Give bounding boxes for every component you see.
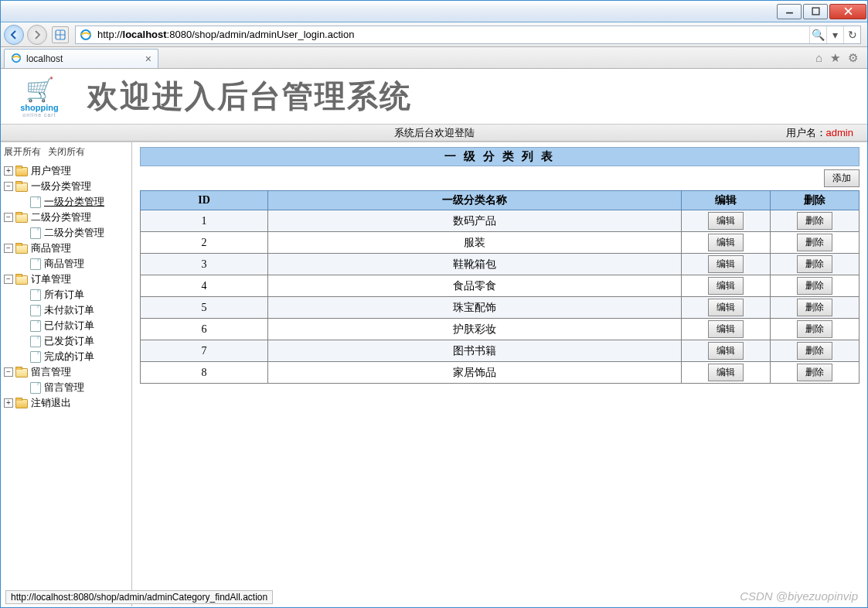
cell-name: 食品零食 — [268, 275, 682, 297]
category-table: ID 一级分类名称 编辑 删除 1数码产品编辑删除2服装编辑删除3鞋靴箱包编辑删… — [140, 190, 859, 384]
tree-node[interactable]: −留言管理 — [4, 364, 128, 380]
favorites-icon[interactable]: ★ — [830, 51, 840, 65]
panel-title: 一 级 分 类 列 表 — [140, 147, 859, 166]
edit-button[interactable]: 编辑 — [708, 320, 744, 338]
edit-button[interactable]: 编辑 — [708, 255, 744, 273]
tree-node-child[interactable]: 二级分类管理 — [4, 225, 128, 241]
page-banner: 🛒 shopping online cart 欢迎进入后台管理系统 — [1, 69, 867, 125]
tree-node-child[interactable]: 已发货订单 — [4, 333, 128, 349]
address-bar[interactable]: http://localhost:8080/shop/admin/adminUs… — [96, 29, 809, 40]
tree-node[interactable]: −一级分类管理 — [4, 179, 128, 194]
compat-view-button[interactable] — [52, 26, 69, 43]
edit-button[interactable]: 编辑 — [708, 234, 744, 251]
delete-button[interactable]: 删除 — [797, 364, 832, 381]
window-minimize-button[interactable] — [777, 4, 802, 19]
delete-button[interactable]: 删除 — [797, 277, 832, 295]
tree-node-child[interactable]: 所有订单 — [4, 287, 128, 302]
tree-node-child[interactable]: 已付款订单 — [4, 318, 128, 333]
tree-label: 已发货订单 — [44, 334, 94, 348]
table-row: 8家居饰品编辑删除 — [141, 362, 859, 384]
folder-icon — [15, 367, 28, 377]
page-title: 欢迎进入后台管理系统 — [87, 75, 412, 118]
tree-node[interactable]: +注销退出 — [4, 395, 128, 411]
watermark: CSDN @biyezuopinvip — [740, 589, 858, 603]
status-bar: http://localhost:8080/shop/admin/adminCa… — [5, 590, 273, 604]
main-panel: 一 级 分 类 列 表 添加 ID 一级分类名称 编辑 删除 1数码产品编辑删除… — [132, 142, 867, 606]
dropdown-chevron-icon[interactable]: ▾ — [826, 26, 843, 43]
delete-button[interactable]: 删除 — [797, 234, 832, 251]
ie-icon — [78, 27, 94, 43]
tree-label: 留言管理 — [44, 381, 84, 395]
tree-node-child[interactable]: 未付款订单 — [4, 302, 128, 318]
toggle-icon[interactable]: − — [4, 244, 13, 253]
cell-id: 4 — [141, 275, 268, 297]
tree-node[interactable]: +用户管理 — [4, 163, 128, 179]
forward-button[interactable] — [27, 25, 47, 45]
edit-button[interactable]: 编辑 — [708, 212, 744, 230]
cell-id: 6 — [141, 319, 268, 340]
tree-node-child[interactable]: 留言管理 — [4, 380, 128, 395]
info-bar: 系统后台欢迎登陆 用户名：admin — [1, 125, 867, 142]
browser-tab[interactable]: localhost × — [4, 49, 158, 68]
toggle-icon[interactable]: + — [4, 166, 13, 176]
edit-button[interactable]: 编辑 — [708, 277, 744, 295]
folder-icon — [15, 166, 28, 176]
folder-icon — [15, 181, 28, 192]
tree-label: 一级分类管理 — [44, 195, 104, 209]
toggle-icon[interactable]: − — [4, 367, 13, 377]
tree-label: 一级分类管理 — [31, 179, 91, 193]
page-icon — [30, 227, 41, 239]
toggle-icon[interactable]: − — [4, 182, 13, 191]
tree-label: 用户管理 — [31, 164, 71, 178]
refresh-button[interactable]: ↻ — [843, 26, 860, 43]
delete-button[interactable]: 删除 — [797, 342, 832, 360]
tree-node-child[interactable]: 完成的订单 — [4, 349, 128, 364]
header-delete: 删除 — [771, 191, 859, 210]
search-dropdown-icon[interactable]: 🔍 — [809, 26, 826, 43]
cell-name: 鞋靴箱包 — [268, 254, 682, 275]
cell-name: 图书书籍 — [268, 340, 682, 362]
home-icon[interactable]: ⌂ — [815, 51, 822, 65]
delete-button[interactable]: 删除 — [797, 212, 832, 230]
edit-button[interactable]: 编辑 — [708, 299, 744, 316]
delete-button[interactable]: 删除 — [797, 299, 832, 316]
edit-button[interactable]: 编辑 — [708, 342, 744, 360]
header-id: ID — [141, 191, 268, 210]
page-icon — [30, 382, 41, 394]
tree-label: 商品管理 — [31, 241, 71, 255]
tree-node[interactable]: −二级分类管理 — [4, 210, 128, 225]
tree-node[interactable]: −订单管理 — [4, 272, 128, 287]
logo: 🛒 shopping online cart — [9, 76, 70, 118]
delete-button[interactable]: 删除 — [797, 320, 832, 338]
tools-icon[interactable]: ⚙ — [848, 51, 858, 65]
tree-node[interactable]: −商品管理 — [4, 241, 128, 256]
window-titlebar — [1, 1, 867, 22]
tree-node-child[interactable]: 商品管理 — [4, 256, 128, 272]
add-button[interactable]: 添加 — [824, 169, 859, 187]
cell-id: 2 — [141, 232, 268, 254]
toggle-icon[interactable]: − — [4, 213, 13, 222]
tree-label: 注销退出 — [31, 396, 71, 410]
cell-name: 数码产品 — [268, 210, 682, 232]
cell-name: 珠宝配饰 — [268, 297, 682, 319]
window-close-button[interactable] — [829, 4, 866, 19]
cart-icon: 🛒 — [9, 76, 70, 103]
cell-id: 8 — [141, 362, 268, 384]
collapse-all-link[interactable]: 关闭所有 — [48, 146, 85, 157]
delete-button[interactable]: 删除 — [797, 255, 832, 273]
tab-close-button[interactable]: × — [145, 53, 151, 65]
back-button[interactable] — [4, 25, 24, 45]
folder-icon — [15, 243, 28, 254]
toggle-icon[interactable]: − — [4, 275, 13, 284]
page-icon — [30, 289, 41, 301]
window-maximize-button[interactable] — [803, 4, 828, 19]
folder-icon — [15, 398, 28, 408]
username: admin — [826, 127, 853, 138]
ie-icon — [11, 53, 22, 66]
edit-button[interactable]: 编辑 — [708, 364, 744, 381]
cell-name: 家居饰品 — [268, 362, 682, 384]
expand-all-link[interactable]: 展开所有 — [4, 146, 41, 157]
tree-node-child[interactable]: 一级分类管理 — [4, 194, 128, 210]
table-row: 1数码产品编辑删除 — [141, 210, 859, 232]
toggle-icon[interactable]: + — [4, 398, 13, 408]
